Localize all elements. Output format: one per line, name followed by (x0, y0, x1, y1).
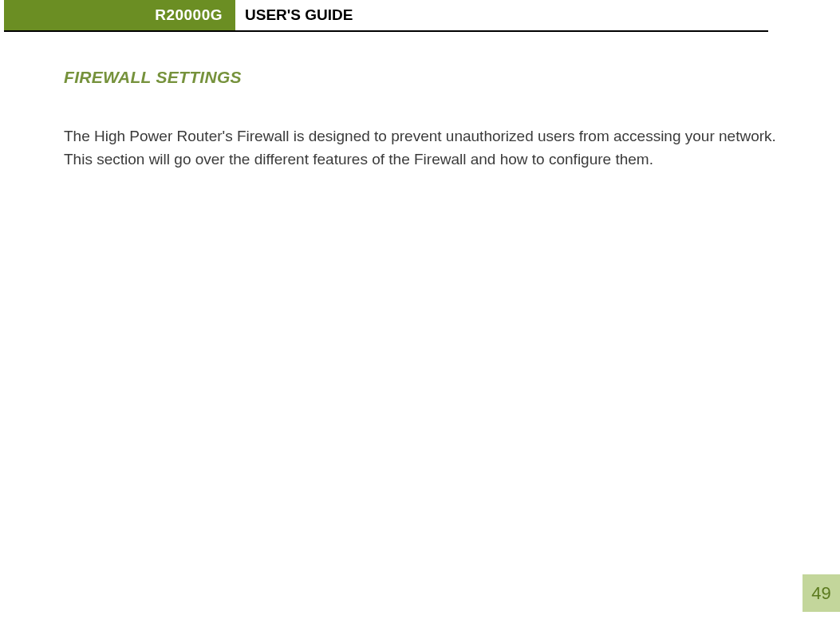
model-number: R20000G (155, 6, 223, 24)
header-bar: R20000G USER'S GUIDE (4, 0, 768, 32)
guide-title: USER'S GUIDE (235, 0, 362, 30)
page-content: FIREWALL SETTINGS The High Power Router'… (0, 32, 840, 171)
section-heading: FIREWALL SETTINGS (64, 68, 776, 87)
model-badge: R20000G (4, 0, 235, 30)
body-text: The High Power Router's Firewall is desi… (64, 125, 776, 171)
page-number: 49 (803, 574, 840, 612)
